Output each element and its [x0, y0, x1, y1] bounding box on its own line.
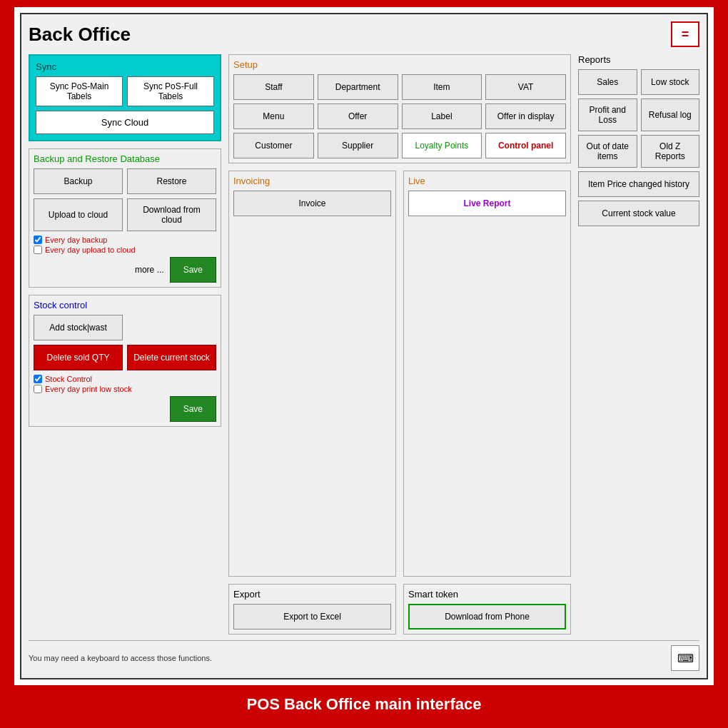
everyday-upload-label: Every day upload to cloud [45, 246, 136, 254]
live-section: Live Live Report [403, 171, 571, 577]
everyday-backup-checkbox[interactable] [34, 236, 42, 244]
offer-in-display-btn[interactable]: Offer in display [485, 103, 566, 129]
title-bar: Back Office = [29, 21, 699, 47]
bottom-note: You may need a keyboard to access those … [29, 654, 212, 662]
profit-loss-btn[interactable]: Profit and Loss [578, 98, 637, 131]
vat-btn[interactable]: VAT [485, 74, 566, 100]
upload-cloud-btn[interactable]: Upload to cloud [34, 198, 123, 231]
caption-text: POS Back Office main interface [247, 695, 482, 713]
content-area: Sync Sync PoS-MainTabels Sync PoS-FullTa… [29, 54, 699, 635]
left-column: Sync Sync PoS-MainTabels Sync PoS-FullTa… [29, 54, 221, 635]
reports-grid: Sales Low stock Profit and Loss Refusal … [578, 69, 699, 168]
sync-cloud-btn[interactable]: Sync Cloud [36, 111, 214, 134]
export-section: Export Export to Excel [228, 584, 396, 635]
reports-label: Reports [578, 54, 699, 65]
middle-column: Setup Staff Department Item VAT Menu Off… [228, 54, 571, 635]
invoicing-label: Invoicing [233, 176, 391, 186]
smart-label: Smart token [408, 589, 566, 600]
refusal-log-btn[interactable]: Refusal log [641, 98, 700, 131]
smart-section: Smart token Download from Phone [403, 584, 571, 635]
sync-section: Sync Sync PoS-MainTabels Sync PoS-FullTa… [29, 54, 221, 141]
low-stock-btn[interactable]: Low stock [641, 69, 700, 95]
menu-button[interactable]: = [671, 21, 699, 47]
everyday-upload-checkbox[interactable] [34, 246, 42, 254]
backup-restore-row: Backup Restore [34, 168, 216, 194]
sync-main-btn[interactable]: Sync PoS-MainTabels [36, 76, 123, 106]
more-link[interactable]: more ... [135, 265, 164, 275]
stock-bottom-row: Delete sold QTY Delete current stock [34, 345, 216, 370]
current-stock-value-btn[interactable]: Current stock value [578, 201, 699, 226]
outer-container: Back Office = Sync Sync PoS-MainTabels S… [0, 0, 728, 728]
white-frame: Back Office = Sync Sync PoS-MainTabels S… [14, 7, 714, 685]
backup-label: Backup and Restore Database [34, 153, 216, 164]
restore-btn[interactable]: Restore [127, 168, 216, 194]
backup-save-btn[interactable]: Save [170, 257, 216, 283]
backup-save-row: more ... Save [34, 257, 216, 283]
label-btn[interactable]: Label [402, 103, 482, 129]
live-label: Live [408, 176, 566, 186]
item-btn[interactable]: Item [402, 74, 482, 100]
bottom-bar: You may need a keyboard to access those … [29, 640, 699, 671]
stock-control-label: Stock Control [45, 375, 92, 383]
menu-btn-setup[interactable]: Menu [233, 103, 314, 129]
offer-btn[interactable]: Offer [318, 103, 398, 129]
page-title: Back Office [29, 24, 131, 46]
export-smart-row: Export Export to Excel Smart token Downl… [228, 584, 571, 635]
live-report-btn[interactable]: Live Report [408, 191, 566, 216]
department-btn[interactable]: Department [318, 74, 398, 100]
sync-full-btn[interactable]: Sync PoS-FullTabels [127, 76, 214, 106]
everyday-backup-row: Every day backup [34, 236, 216, 244]
download-phone-btn[interactable]: Download from Phone [408, 604, 566, 630]
main-window: Back Office = Sync Sync PoS-MainTabels S… [20, 13, 708, 679]
invoice-btn[interactable]: Invoice [233, 191, 391, 216]
out-of-date-btn[interactable]: Out of date items [578, 135, 637, 168]
stock-save-row: Save [34, 396, 216, 422]
setup-grid: Staff Department Item VAT Menu Offer Lab… [233, 74, 566, 158]
setup-label: Setup [233, 59, 566, 70]
setup-section: Setup Staff Department Item VAT Menu Off… [228, 54, 571, 163]
stock-control-checkbox[interactable] [34, 375, 42, 383]
sync-buttons-row: Sync PoS-MainTabels Sync PoS-FullTabels [36, 76, 214, 106]
delete-sold-btn[interactable]: Delete sold QTY [34, 345, 123, 370]
reports-section: Reports Sales Low stock Profit and Loss … [578, 54, 699, 230]
loyalty-points-btn[interactable]: Loyalty Points [402, 133, 482, 158]
sync-label: Sync [36, 61, 214, 72]
stock-top-row: Add stock|wast [34, 315, 216, 340]
supplier-btn[interactable]: Supplier [318, 133, 398, 158]
keyboard-icon: ⌨ [671, 645, 699, 671]
stock-save-btn[interactable]: Save [170, 396, 216, 422]
everyday-upload-row: Every day upload to cloud [34, 246, 216, 254]
invoicing-section: Invoicing Invoice [228, 171, 396, 577]
invoicing-live-row: Invoicing Invoice Live Live Report [228, 171, 571, 577]
right-column: Reports Sales Low stock Profit and Loss … [578, 54, 699, 635]
everyday-print-checkbox[interactable] [34, 385, 42, 393]
add-stock-btn[interactable]: Add stock|wast [34, 315, 123, 340]
everyday-print-row: Every day print low stock [34, 385, 216, 393]
control-panel-btn[interactable]: Control panel [485, 133, 566, 158]
everyday-print-label: Every day print low stock [45, 385, 132, 393]
everyday-backup-label: Every day backup [45, 236, 107, 244]
old-z-reports-btn[interactable]: Old Z Reports [641, 135, 700, 168]
upload-download-row: Upload to cloud Download from cloud [34, 198, 216, 231]
delete-current-btn[interactable]: Delete current stock [127, 345, 216, 370]
item-price-history-btn[interactable]: Item Price changed history [578, 171, 699, 197]
export-label: Export [233, 589, 391, 600]
stock-control-row: Stock Control [34, 375, 216, 383]
sales-btn[interactable]: Sales [578, 69, 637, 95]
backup-section: Backup and Restore Database Backup Resto… [29, 148, 221, 288]
caption-bar: POS Back Office main interface [14, 688, 714, 721]
stock-section: Stock control Add stock|wast Delete sold… [29, 295, 221, 427]
customer-btn[interactable]: Customer [233, 133, 314, 158]
staff-btn[interactable]: Staff [233, 74, 314, 100]
backup-btn[interactable]: Backup [34, 168, 123, 194]
stock-label: Stock control [34, 300, 216, 310]
export-excel-btn[interactable]: Export to Excel [233, 604, 391, 630]
download-cloud-btn[interactable]: Download from cloud [127, 198, 216, 231]
